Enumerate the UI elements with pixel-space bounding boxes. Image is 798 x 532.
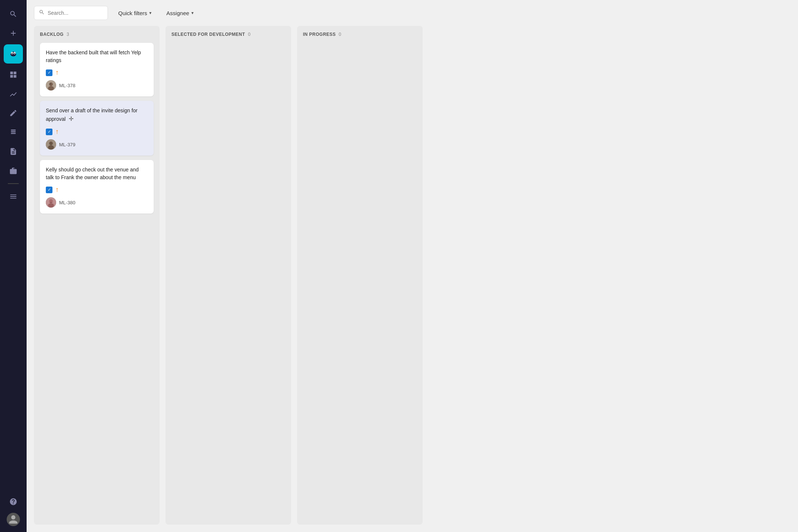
sidebar-item-notes[interactable] bbox=[5, 143, 21, 160]
checkbox-ml379[interactable]: ✓ bbox=[46, 129, 52, 135]
sidebar bbox=[0, 0, 27, 532]
card-title-ml379: Send over a draft of the invite design f… bbox=[46, 107, 148, 123]
svg-point-4 bbox=[11, 53, 13, 54]
column-backlog: BACKLOG 3 Have the backend built that wi… bbox=[34, 26, 160, 525]
search-icon bbox=[39, 9, 45, 17]
chevron-down-icon: ▾ bbox=[191, 10, 194, 16]
checkbox-ml380[interactable]: ✓ bbox=[46, 187, 52, 193]
sidebar-item-briefcase[interactable] bbox=[5, 163, 21, 179]
kanban-board: BACKLOG 3 Have the backend built that wi… bbox=[27, 26, 798, 532]
sidebar-item-menu[interactable] bbox=[5, 188, 21, 205]
checkbox-ml378[interactable]: ✓ bbox=[46, 69, 52, 76]
svg-point-14 bbox=[50, 83, 51, 85]
main-content: Quick filters ▾ Assignee ▾ BACKLOG 3 Hav… bbox=[27, 0, 798, 532]
column-count-selected-for-dev: 0 bbox=[248, 32, 250, 37]
svg-point-5 bbox=[14, 53, 15, 54]
column-selected-for-dev: SELECTED FOR DEVELOPMENT 0 bbox=[166, 26, 291, 525]
column-title-backlog: BACKLOG bbox=[40, 32, 64, 37]
avatar-ml380 bbox=[46, 197, 56, 208]
card-footer-ml380: ML-380 bbox=[46, 197, 148, 208]
sidebar-item-search[interactable] bbox=[5, 6, 21, 22]
search-input[interactable] bbox=[48, 10, 103, 16]
priority-icon-ml380: ↑ bbox=[55, 186, 59, 194]
card-title-ml378: Have the backend built that will fetch Y… bbox=[46, 49, 148, 64]
card-footer-ml378: ML-378 bbox=[46, 80, 148, 91]
card-ml380[interactable]: Kelly should go check out the venue and … bbox=[40, 160, 154, 214]
cursor-plus-icon: ✛ bbox=[69, 115, 74, 123]
svg-point-20 bbox=[48, 203, 54, 208]
svg-rect-9 bbox=[11, 131, 16, 132]
priority-icon-ml378: ↑ bbox=[55, 69, 59, 76]
card-meta-ml378: ✓ ↑ bbox=[46, 69, 148, 76]
column-title-selected-for-dev: SELECTED FOR DEVELOPMENT bbox=[171, 32, 245, 37]
svg-point-13 bbox=[48, 86, 54, 91]
card-footer-ml379: ML-379 bbox=[46, 139, 148, 150]
sidebar-item-app[interactable] bbox=[4, 44, 23, 64]
search-box[interactable] bbox=[34, 6, 108, 20]
card-title-ml380: Kelly should go check out the venue and … bbox=[46, 166, 148, 181]
svg-rect-10 bbox=[11, 133, 16, 134]
sidebar-item-tools[interactable] bbox=[5, 105, 21, 121]
sidebar-user-avatar[interactable] bbox=[7, 513, 20, 526]
card-ml378[interactable]: Have the backend built that will fetch Y… bbox=[40, 43, 154, 96]
svg-point-12 bbox=[49, 82, 53, 86]
avatar-ml379 bbox=[46, 139, 56, 150]
ticket-id-ml379: ML-379 bbox=[59, 142, 75, 147]
avatar-ml378 bbox=[46, 80, 56, 91]
sidebar-item-help[interactable] bbox=[5, 494, 21, 510]
column-in-progress: IN PROGRESS 0 bbox=[297, 26, 423, 525]
assignee-label: Assignee bbox=[166, 10, 189, 16]
svg-point-6 bbox=[12, 53, 13, 53]
svg-point-7 bbox=[14, 53, 15, 53]
svg-point-17 bbox=[48, 145, 54, 150]
card-meta-ml380: ✓ ↑ bbox=[46, 186, 148, 194]
column-count-backlog: 3 bbox=[66, 32, 69, 37]
chevron-down-icon: ▾ bbox=[149, 10, 151, 16]
toolbar: Quick filters ▾ Assignee ▾ bbox=[27, 0, 798, 26]
card-ml379[interactable]: Send over a draft of the invite design f… bbox=[40, 101, 154, 156]
sidebar-item-analytics[interactable] bbox=[5, 86, 21, 102]
column-header-selected-for-dev: SELECTED FOR DEVELOPMENT 0 bbox=[171, 32, 285, 37]
sidebar-item-divider bbox=[8, 183, 19, 184]
assignee-filter-button[interactable]: Assignee ▾ bbox=[162, 7, 198, 19]
quick-filters-button[interactable]: Quick filters ▾ bbox=[114, 7, 156, 19]
sidebar-item-add[interactable] bbox=[5, 25, 21, 41]
sidebar-item-board[interactable] bbox=[5, 66, 21, 83]
column-count-in-progress: 0 bbox=[339, 32, 341, 37]
card-meta-ml379: ✓ ↑ bbox=[46, 128, 148, 136]
column-header-backlog: BACKLOG 3 bbox=[40, 32, 154, 37]
ticket-id-ml378: ML-378 bbox=[59, 83, 75, 88]
sidebar-item-checklist[interactable] bbox=[5, 124, 21, 140]
quick-filters-label: Quick filters bbox=[118, 10, 147, 16]
priority-icon-ml379: ↑ bbox=[55, 128, 59, 136]
ticket-id-ml380: ML-380 bbox=[59, 200, 75, 205]
svg-rect-8 bbox=[11, 130, 16, 131]
column-title-in-progress: IN PROGRESS bbox=[303, 32, 336, 37]
column-header-in-progress: IN PROGRESS 0 bbox=[303, 32, 417, 37]
